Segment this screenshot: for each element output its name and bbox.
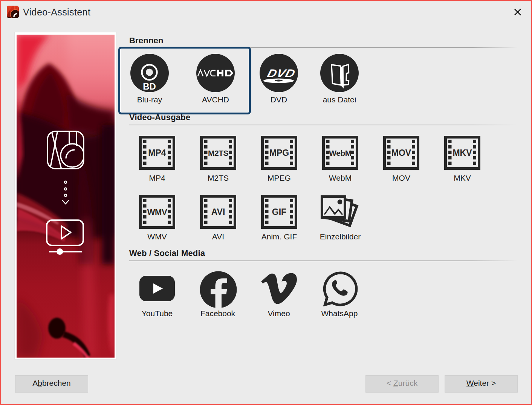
svg-text:MPG: MPG xyxy=(269,148,289,158)
svg-text:MP4: MP4 xyxy=(148,148,166,158)
svg-text:GIF: GIF xyxy=(272,207,286,217)
svg-text:WMV: WMV xyxy=(147,207,167,217)
svg-text:BD: BD xyxy=(143,81,156,91)
svg-text:WebM: WebM xyxy=(329,149,351,157)
svg-text:MKV: MKV xyxy=(453,148,472,158)
svg-text:MOV: MOV xyxy=(391,148,411,158)
svg-text:AVI: AVI xyxy=(211,207,225,217)
svg-text:M2TS: M2TS xyxy=(208,149,229,157)
svg-text:DVD: DVD xyxy=(266,67,297,79)
